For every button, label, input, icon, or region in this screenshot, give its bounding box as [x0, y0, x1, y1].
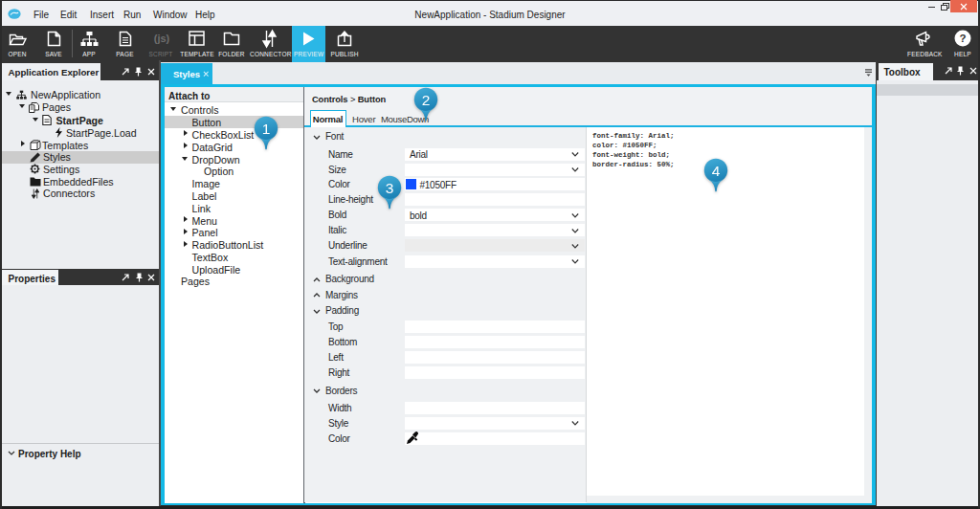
svg-text:1: 1: [261, 121, 270, 137]
svg-text:3: 3: [386, 179, 394, 195]
svg-text:?: ?: [959, 33, 966, 44]
svg-text:4: 4: [711, 162, 720, 178]
svg-text:2: 2: [422, 91, 431, 107]
